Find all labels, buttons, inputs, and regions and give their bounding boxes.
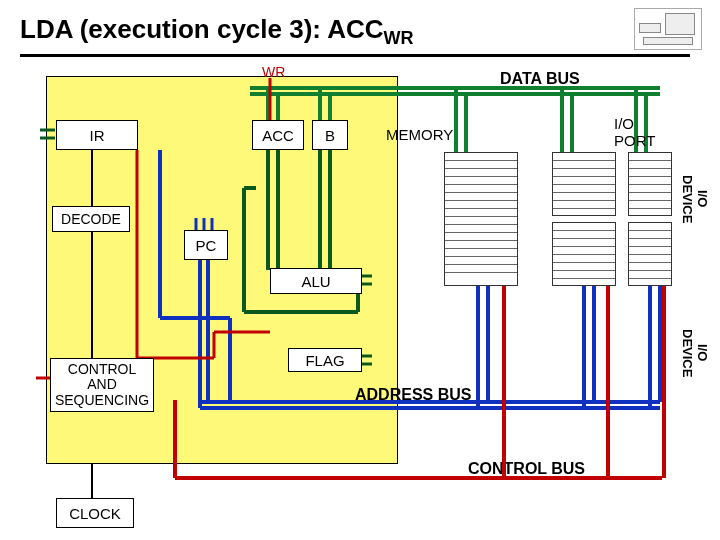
ioport-stack-1 [552,152,616,216]
decode-block: DECODE [52,206,130,232]
acc-block: ACC [252,120,304,150]
alu-block: ALU [270,268,362,294]
memory-label: MEMORY [386,126,453,143]
ioport-stack-2 [628,152,672,216]
flag-block: FLAG [288,348,362,372]
thumbnail-icon [634,8,702,50]
title-main: LDA (execution cycle 3): ACC [20,14,384,44]
divider [20,54,690,57]
ir-block: IR [56,120,138,150]
ioport-label: I/O PORT [614,116,655,149]
ioport-stack-3 [552,222,616,286]
address-bus-label: ADDRESS BUS [355,386,471,404]
control-bus-label: CONTROL BUS [468,460,585,478]
memory-stack [444,152,518,286]
clock-block: CLOCK [56,498,134,528]
io-device-label-2: I/O DEVICE [680,318,710,388]
data-bus-label: DATA BUS [500,70,580,88]
io-device-label-1: I/O DEVICE [680,164,710,234]
ioport-stack-4 [628,222,672,286]
title-sub: WR [384,28,414,48]
control-block: CONTROL AND SEQUENCING [50,358,154,412]
wr-signal-label: WR [262,64,285,80]
page-title: LDA (execution cycle 3): ACCWR [20,14,414,49]
pc-block: PC [184,230,228,260]
b-block: B [312,120,348,150]
